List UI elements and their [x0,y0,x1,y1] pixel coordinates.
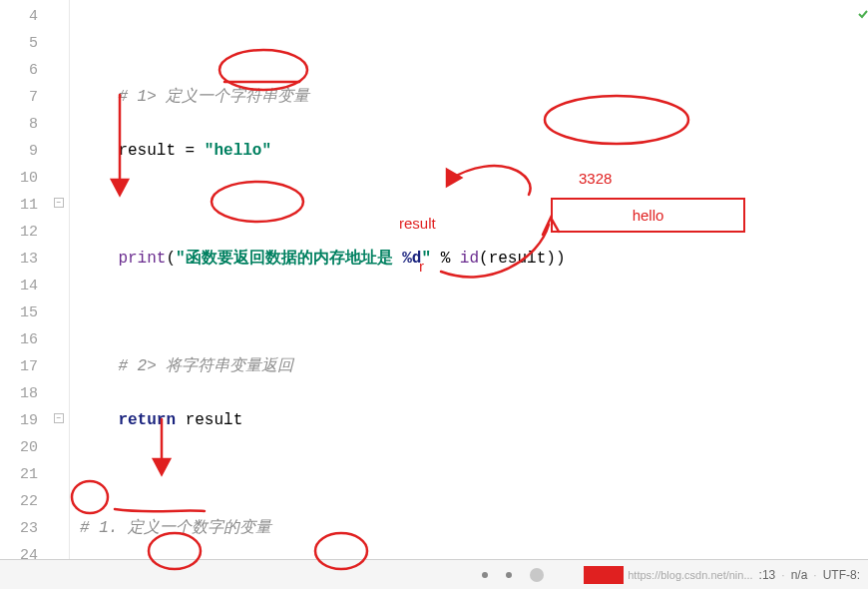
function-name: print [118,250,166,268]
fold-column: − − [50,0,70,559]
line-number: 23 [0,515,38,542]
line-number: 18 [0,380,38,407]
line-number: 17 [0,353,38,380]
comment-text: 定义一个字符串变量 [166,88,309,106]
line-number: 22 [0,488,38,515]
code-token: ( [166,250,176,268]
encoding-label[interactable]: UTF-8: [823,568,860,582]
line-number: 13 [0,246,38,273]
string-literal: "函数要返回数据的内存地址是 [176,250,402,268]
line-number: 12 [0,219,38,246]
annotation-label: result [399,215,436,232]
fold-marker-icon[interactable]: − [54,413,64,423]
fold-marker-icon[interactable]: − [54,198,64,208]
line-number: 20 [0,434,38,461]
line-number: 6 [0,57,38,84]
dot-icon [506,572,512,578]
line-number: 14 [0,273,38,299]
line-number: 5 [0,30,38,57]
code-content[interactable]: # 1> 定义一个字符串变量 result = "hello" print("函… [70,0,868,559]
line-number-gutter: 4 5 6 7 8 9 10 11 12 13 14 15 16 17 18 1… [0,0,50,559]
line-number: 21 [0,461,38,488]
line-number: 19 [0,407,38,434]
keyword: return [118,411,176,429]
line-number: 4 [0,3,38,30]
comment-text: 将字符串变量返回 [166,357,293,375]
dot-icon [530,568,544,582]
status-bar: https://blog.csdn.net/nin... :13 · n/a ·… [0,559,868,589]
identifier: result [186,411,243,429]
dot-icon [482,572,488,578]
string-literal: "hello" [205,142,271,160]
line-number: 11 [0,192,38,219]
comment-text: # 1> [118,88,166,106]
status-mode: n/a [791,568,808,582]
line-number: 9 [0,138,38,165]
code-token: % [431,250,460,268]
status-red-block [584,566,624,584]
status-indicator-dots [482,568,544,582]
code-token [176,411,186,429]
line-number: 16 [0,326,38,353]
line-number: 10 [0,165,38,192]
line-number: 15 [0,299,38,326]
code-token: (result)) [479,250,565,268]
code-token: result = [118,142,204,160]
line-number: 7 [0,84,38,111]
inspection-indicator-icon[interactable] [858,6,868,16]
annotation-value-box: hello [551,198,745,233]
code-editor[interactable]: 4 5 6 7 8 9 10 11 12 13 14 15 16 17 18 1… [0,0,868,559]
comment-text: # 2> [118,357,166,375]
comment-text: # 1. 定义一个数字的变量 [80,519,271,537]
annotation-label: r [419,258,424,275]
watermark-text: https://blog.csdn.net/nin... [628,569,752,581]
annotation-label: 3328 [579,170,612,187]
function-name: id [460,250,479,268]
cursor-position[interactable]: :13 [759,568,776,582]
line-number: 8 [0,111,38,138]
